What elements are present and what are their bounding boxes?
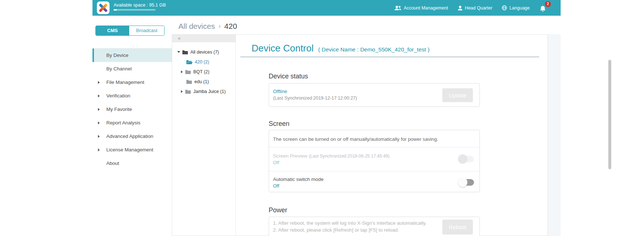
nav-account-management-label: Account Management <box>404 5 448 11</box>
bell-icon <box>539 5 546 13</box>
sidebar-item-label: Verification <box>106 93 130 98</box>
tree-node-label: edu (1) <box>194 79 209 84</box>
section-heading-screen: Screen <box>269 120 289 128</box>
expand-arrow-icon <box>98 121 100 124</box>
folder-icon <box>185 89 191 94</box>
sidebar-item-my-favorite[interactable]: My Favorite <box>92 102 172 116</box>
folder-open-icon <box>186 59 193 65</box>
breadcrumb: All devices › 420 <box>178 22 237 31</box>
screen-preview-toggle[interactable] <box>459 155 474 163</box>
expand-arrow-icon <box>98 148 100 151</box>
device-tree: All devices (7) 420 (2) BQT (2) <box>172 47 236 96</box>
tree-collapse-button[interactable]: « <box>172 35 236 42</box>
tree-node-jamba-juice[interactable]: Jamba Juice (1) <box>172 86 236 96</box>
sidebar-item-license-management[interactable]: License Management <box>92 143 172 156</box>
expand-arrow-icon <box>98 81 100 84</box>
xsign-logo-icon <box>97 1 110 14</box>
sidebar-item-label: By Channel <box>106 66 132 71</box>
tree-node-label: BQT (2) <box>193 69 209 74</box>
sidebar-item-label: About <box>106 160 119 166</box>
user-icon <box>458 5 463 11</box>
sidebar-item-about[interactable]: About <box>92 156 172 170</box>
expand-arrow-icon <box>98 94 100 97</box>
sidebar-item-file-management[interactable]: File Management <box>92 76 172 89</box>
xsign-logo[interactable] <box>97 1 110 14</box>
sidebar-item-advanced-application[interactable]: Advanced Application <box>92 129 172 143</box>
nav-language-label: Language <box>509 5 530 11</box>
sidebar-item-label: Advanced Application <box>106 134 153 139</box>
sidebar-item-label: Report Analysis <box>106 120 141 125</box>
page-title: Device Control <box>252 43 314 54</box>
update-button[interactable]: Update <box>442 88 473 102</box>
expand-arrow-icon <box>98 135 100 138</box>
breadcrumb-separator-icon: › <box>218 23 221 30</box>
title-divider <box>240 57 539 57</box>
notification-badge: 2 <box>545 1 551 7</box>
screen-preview-title: Screen Preview <box>273 153 309 159</box>
device-tree-panel: « All devices (7) 420 (2) <box>172 35 236 236</box>
nav-account-management[interactable]: Account Management <box>394 5 448 11</box>
available-space-label: Available space : 95.1 GB <box>114 3 166 8</box>
sidebar-item-label: File Management <box>106 80 144 85</box>
device-name-subtitle: ( Device Name : Demo_550K_420_for_test ) <box>318 46 430 53</box>
storage-progress-fill <box>114 9 117 11</box>
automatic-switch-state-link[interactable]: Off <box>273 183 279 189</box>
tree-node-label: Jamba Juice (1) <box>193 89 226 94</box>
mode-tabs: CMS Broadcast <box>95 26 165 36</box>
expand-arrow-icon <box>98 108 100 111</box>
tree-node-bqt[interactable]: BQT (2) <box>172 67 236 77</box>
sidebar-item-label: My Favorite <box>106 107 132 112</box>
automatic-switch-toggle[interactable] <box>459 179 474 186</box>
screen-description-row: The screen can be turned on or off manua… <box>269 130 479 147</box>
header-nav: Account Management Head Quarter Language <box>394 0 549 16</box>
collapse-chevrons-icon: « <box>178 36 181 41</box>
nav-head-quarter[interactable]: Head Quarter <box>458 5 493 11</box>
screen-preview-state-link[interactable]: Off <box>273 160 279 165</box>
device-control-content: Device Control ( Device Name : Demo_550K… <box>236 35 548 236</box>
sidebar-item-verification[interactable]: Verification <box>92 89 172 102</box>
caret-collapsed-icon[interactable] <box>181 70 183 73</box>
sidebar-menu: By Device By Channel File Management Ver… <box>92 48 172 170</box>
right-gutter <box>548 34 561 236</box>
tree-node-edu[interactable]: edu (1) <box>172 77 236 86</box>
automatic-switch-label: Automatic switch mode <box>273 177 324 182</box>
screen-preview-last-sync: (Last Synchronized:2018-06-25 17:45:49) <box>309 154 389 159</box>
tab-broadcast[interactable]: Broadcast <box>129 26 164 35</box>
sidebar-item-by-device[interactable]: By Device <box>92 49 172 62</box>
power-instruction-1: 1. After reboot, the system will log int… <box>273 220 427 226</box>
folder-icon <box>185 69 191 74</box>
tree-node-420[interactable]: 420 (2) <box>172 57 236 67</box>
caret-collapsed-icon[interactable] <box>181 90 183 93</box>
screen-description: The screen can be turned on or off manua… <box>273 136 438 142</box>
reboot-button[interactable]: Reboot <box>442 220 473 235</box>
caret-expanded-icon[interactable] <box>177 51 180 53</box>
toggle-knob <box>458 178 467 187</box>
available-space: Available space : 95.1 GB <box>114 3 166 11</box>
device-status-card: Offline (Last Synchronized:2019-12-17 12… <box>269 83 480 107</box>
power-instruction-2: 2. After reboot, please click [Refresh] … <box>273 227 399 233</box>
toggle-knob <box>458 154 467 164</box>
power-card: 1. After reboot, the system will log int… <box>269 217 480 236</box>
tab-cms[interactable]: CMS <box>96 26 129 35</box>
users-icon <box>394 5 402 11</box>
tree-node-all-devices[interactable]: All devices (7) <box>172 47 236 57</box>
folder-icon <box>186 79 192 84</box>
section-heading-power: Power <box>269 206 287 214</box>
nav-head-quarter-label: Head Quarter <box>465 5 493 11</box>
app-window: Available space : 95.1 GB Account Manage… <box>92 0 561 236</box>
screen-preview-label: Screen Preview (Last Synchronized:2018-0… <box>273 153 390 159</box>
storage-progress-bar <box>114 9 155 11</box>
breadcrumb-current: 420 <box>224 22 237 31</box>
screen-card: The screen can be turned on or off manua… <box>269 130 480 192</box>
content-scrollbar[interactable] <box>608 60 611 169</box>
sidebar: CMS Broadcast By Device By Channel File … <box>92 16 172 236</box>
section-heading-device-status: Device status <box>269 73 308 80</box>
notifications[interactable]: 2 <box>539 3 549 13</box>
sidebar-item-by-channel[interactable]: By Channel <box>92 62 172 76</box>
sidebar-item-report-analysis[interactable]: Report Analysis <box>92 116 172 129</box>
device-status-value: Offline <box>273 89 287 94</box>
main-panel: « All devices (7) 420 (2) <box>172 34 548 236</box>
nav-language[interactable]: Language <box>502 5 530 11</box>
folder-icon <box>182 50 188 55</box>
breadcrumb-parent[interactable]: All devices <box>178 22 215 31</box>
